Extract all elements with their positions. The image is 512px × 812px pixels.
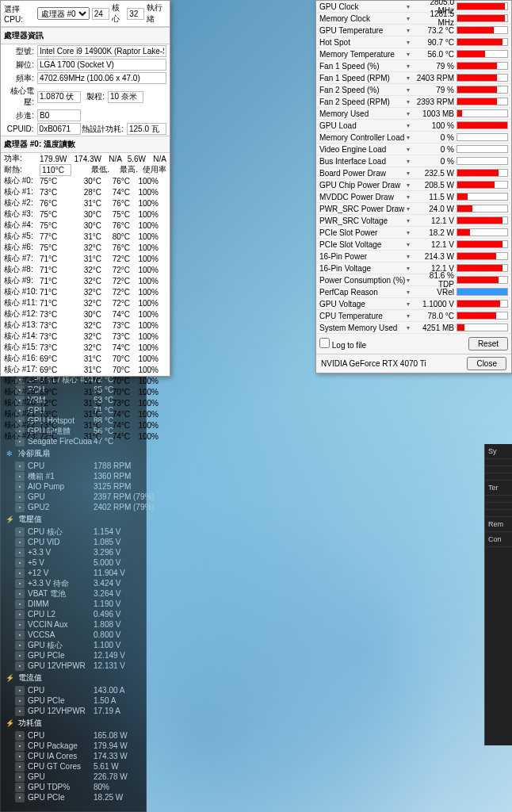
dropdown-icon[interactable]: ▾ bbox=[407, 205, 413, 213]
vcore-value[interactable] bbox=[37, 91, 81, 103]
monitor-item: ▪CPU1788 RPM bbox=[1, 461, 146, 471]
dropdown-icon[interactable]: ▾ bbox=[407, 253, 413, 260]
model-value[interactable] bbox=[37, 45, 166, 57]
dropdown-icon[interactable]: ▾ bbox=[407, 39, 413, 46]
dropdown-icon[interactable]: ▾ bbox=[407, 15, 413, 22]
dropdown-icon[interactable]: ▾ bbox=[407, 98, 413, 105]
item-icon: ▪ bbox=[15, 772, 25, 782]
cpu-selector-dropdown[interactable]: 處理器 #0 bbox=[37, 7, 90, 20]
step-value[interactable] bbox=[37, 109, 81, 121]
core-row: 核心 #5:77°C31°C80°C100% bbox=[1, 231, 170, 242]
monitor-item: ▪CPU Package179.94 W bbox=[1, 741, 146, 751]
monitor-item: ▪CPU GT Cores5.61 W bbox=[1, 761, 146, 772]
item-icon: ▪ bbox=[15, 707, 25, 716]
core-row: 核心 #3:75°C30°C75°C100% bbox=[1, 209, 170, 220]
item-icon: ▪ bbox=[15, 620, 25, 630]
dark-panel-item[interactable]: Sy bbox=[485, 444, 512, 459]
dropdown-icon[interactable]: ▾ bbox=[407, 241, 413, 248]
monitor-item: ▪GPU 12VHPWR17.19 A bbox=[1, 706, 146, 716]
gpu-metric-row: PWR_SRC Voltage▾12.1 V bbox=[316, 215, 511, 227]
dropdown-icon[interactable]: ▾ bbox=[407, 110, 413, 117]
fan-icon: ✻ bbox=[4, 448, 15, 459]
dropdown-icon[interactable]: ▾ bbox=[407, 122, 413, 129]
dropdown-icon[interactable]: ▾ bbox=[407, 51, 413, 58]
core-row: 核心 #6:75°C32°C76°C100% bbox=[1, 242, 170, 253]
gpu-metric-row: Bus Interface Load▾0 % bbox=[316, 155, 511, 167]
core-row: 核心 #20:72°C31°C73°C100% bbox=[1, 397, 170, 408]
monitor-item: ▪+12 V11.904 V bbox=[1, 568, 146, 578]
core-row: 核心 #8:71°C32°C72°C100% bbox=[1, 264, 170, 275]
dark-panel-item[interactable] bbox=[485, 473, 512, 481]
dropdown-icon[interactable]: ▾ bbox=[407, 193, 413, 201]
item-icon: ▪ bbox=[15, 579, 25, 588]
gpu-footer: Log to file Reset bbox=[316, 334, 511, 354]
dark-panel-item[interactable]: Rem bbox=[485, 517, 512, 532]
gpu-metric-row: GPU Voltage▾1.1000 V bbox=[316, 298, 511, 310]
dark-panel-item[interactable] bbox=[485, 503, 512, 510]
gpu-metric-row: Fan 1 Speed (RPM)▾2403 RPM bbox=[316, 72, 511, 84]
cores-label: 核心 bbox=[112, 2, 125, 25]
log-checkbox-label[interactable]: Log to file bbox=[319, 338, 366, 350]
item-icon: ▪ bbox=[15, 558, 25, 568]
cpu-info-panel: 選擇 CPU: 處理器 #0 核心 執行緒 處理器資訊 型號: 腳位: 頻率: … bbox=[0, 0, 170, 377]
dark-panel-item[interactable] bbox=[485, 496, 512, 503]
power-row: 功率: 179.9W 174.3W N/A 5.6W N/A bbox=[1, 153, 170, 164]
gpu-metric-row: Memory Temperature▾56.0 °C bbox=[316, 48, 511, 60]
gpu-metric-row: Fan 1 Speed (%)▾79 % bbox=[316, 60, 511, 72]
socket-value[interactable] bbox=[37, 59, 166, 71]
core-row: 核心 #11:71°C32°C72°C100% bbox=[1, 297, 170, 308]
dropdown-icon[interactable]: ▾ bbox=[407, 146, 413, 153]
gpu-metric-row: Memory Used▾1003 MB bbox=[316, 108, 511, 120]
core-row: 核心 #10:71°C32°C72°C100% bbox=[1, 286, 170, 297]
process-value[interactable] bbox=[108, 91, 143, 103]
dropdown-icon[interactable]: ▾ bbox=[407, 217, 413, 224]
dropdown-icon[interactable]: ▾ bbox=[407, 63, 413, 70]
dropdown-icon[interactable]: ▾ bbox=[407, 182, 413, 189]
reset-button[interactable]: Reset bbox=[468, 337, 508, 350]
freq-value[interactable] bbox=[37, 72, 166, 84]
tjmax-row: 耐熱: 最低. 最高. 使用率 bbox=[1, 164, 170, 175]
dropdown-icon[interactable]: ▾ bbox=[407, 27, 413, 34]
cpuid-value[interactable] bbox=[37, 123, 81, 135]
dropdown-icon[interactable]: ▾ bbox=[407, 86, 413, 94]
dropdown-icon[interactable]: ▾ bbox=[407, 277, 413, 284]
cores-input[interactable] bbox=[92, 8, 109, 20]
dark-panel-item[interactable] bbox=[485, 459, 512, 466]
gpu-metric-row: 16-Pin Power▾214.3 W bbox=[316, 251, 511, 262]
dropdown-icon[interactable]: ▾ bbox=[407, 312, 413, 320]
core-row: 核心 #21:73°C31°C74°C100% bbox=[1, 408, 170, 419]
dropdown-icon[interactable]: ▾ bbox=[407, 301, 413, 308]
item-icon: ▪ bbox=[15, 503, 25, 512]
core-row: 核心 #16:69°C31°C70°C100% bbox=[1, 353, 170, 364]
item-icon: ▪ bbox=[15, 793, 25, 802]
tjmax-input[interactable] bbox=[40, 164, 71, 176]
monitor-item: ▪GPU 12VHPWR12.131 V bbox=[1, 661, 146, 671]
gpu-metric-row: Power Consumption (%)▾81.6 % TDP bbox=[316, 274, 511, 286]
dropdown-icon[interactable]: ▾ bbox=[407, 229, 413, 236]
item-icon: ▪ bbox=[15, 548, 25, 557]
core-row: 核心 #7:71°C31°C72°C100% bbox=[1, 253, 170, 264]
dark-panel-item[interactable] bbox=[485, 510, 512, 517]
dropdown-icon[interactable]: ▾ bbox=[407, 134, 413, 141]
dropdown-icon[interactable]: ▾ bbox=[407, 75, 413, 82]
dropdown-icon[interactable]: ▾ bbox=[407, 158, 413, 165]
tdp-value[interactable] bbox=[127, 123, 166, 135]
dropdown-icon[interactable]: ▾ bbox=[407, 289, 413, 296]
monitor-item: ▪GPU2397 RPM (79%) bbox=[1, 492, 146, 502]
close-button[interactable]: Close bbox=[467, 357, 506, 370]
threads-input[interactable] bbox=[127, 8, 144, 20]
monitor-item: ▪GPU22402 RPM (79%) bbox=[1, 502, 146, 512]
dark-panel-item[interactable]: Ter bbox=[485, 481, 512, 496]
dark-panel-item[interactable] bbox=[485, 466, 512, 473]
dropdown-icon[interactable]: ▾ bbox=[407, 324, 413, 331]
dropdown-icon[interactable]: ▾ bbox=[407, 170, 413, 177]
monitor-item: ▪CPU L20.496 V bbox=[1, 609, 146, 619]
dark-panel-item[interactable]: Con bbox=[485, 532, 512, 547]
dropdown-icon[interactable]: ▾ bbox=[407, 265, 413, 272]
item-icon: ▪ bbox=[15, 599, 25, 609]
gpu-metric-row: GPU Chip Power Draw▾208.5 W bbox=[316, 179, 511, 191]
monitor-item: ▪+5 V5.000 V bbox=[1, 557, 146, 568]
log-checkbox[interactable] bbox=[319, 338, 330, 348]
gpu-metric-row: Board Power Draw▾232.5 W bbox=[316, 167, 511, 179]
dropdown-icon[interactable]: ▾ bbox=[407, 3, 413, 10]
